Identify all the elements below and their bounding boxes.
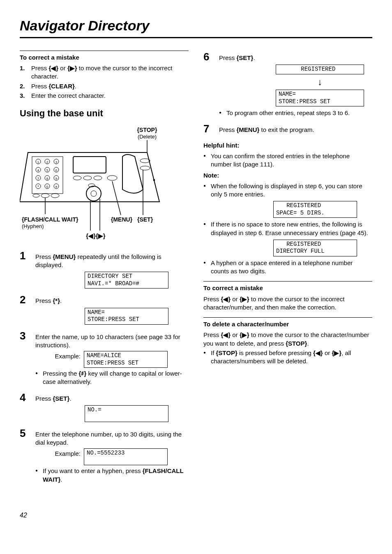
page-title: Navigator Directory [20, 16, 372, 38]
step-number-large: 7 [203, 123, 212, 134]
left-column: To correct a mistake 1. Press {◀} or {▶}… [20, 48, 189, 520]
svg-text:#: # [55, 185, 58, 189]
lcd-display: NO.= [85, 405, 168, 422]
bullet-item: To program other entries, repeat steps 3… [219, 109, 372, 117]
step-text: Enter the correct character. [31, 92, 106, 100]
step-number-large: 2 [20, 294, 29, 327]
paragraph: Press {◀} or {▶} to move the cursor to t… [203, 331, 372, 348]
svg-text:0: 0 [46, 185, 48, 189]
subhead-correct-mistake: To correct a mistake [20, 53, 189, 62]
subhead-correct-mistake-2: To correct a mistake [203, 284, 372, 292]
right-column: 6 Press {SET}. REGISTERED ↓ NAME= STORE:… [203, 48, 372, 520]
correct-mistake-steps: 1. Press {◀} or {▶} to move the cursor t… [20, 64, 189, 100]
step-number-large: 3 [20, 330, 29, 389]
bullet-item: When the following is displayed in step … [203, 182, 372, 199]
step-text: Press {CLEAR}. [31, 82, 76, 90]
lcd-display: REGISTERED [276, 65, 364, 74]
step-number-large: 4 [20, 392, 29, 425]
step-text: Press {MENU} repeatedly until the follow… [35, 253, 161, 268]
svg-text:8: 8 [46, 177, 48, 180]
down-arrow-icon: ↓ [276, 76, 364, 88]
step-6: 6 Press {SET}. REGISTERED ↓ NAME= STORE:… [203, 51, 372, 120]
svg-text:3: 3 [55, 160, 58, 164]
bullet-item: If {STOP} is pressed before pressing {◀}… [203, 349, 372, 366]
bullet-item: You can confirm the stored entries in th… [203, 152, 372, 169]
svg-text:2: 2 [46, 160, 48, 164]
base-unit-diagram: {STOP} (Delete) 1 2 3 4 5 6 7 [20, 124, 189, 247]
step-text: Enter the name, up to 10 characters (see… [35, 333, 180, 349]
step-7: 7 Press {MENU} to exit the program. [203, 123, 372, 134]
example-label: Example: [35, 448, 81, 458]
lcd-display: NO.=5552233 [84, 448, 168, 465]
diagram-label-menu: {MENU} [111, 216, 133, 223]
step-text: Press {SET}. [219, 54, 255, 61]
step-5: 5 Enter the telephone number, up to 30 d… [20, 428, 189, 486]
bullet-item: If you want to enter a hyphen, press {FL… [35, 467, 189, 484]
helpful-hint-head: Helpful hint: [203, 141, 372, 150]
lcd-display: NAME= STORE:PRESS SET [85, 308, 168, 325]
step-text: Press {*}. [35, 297, 62, 304]
example-label: Example: [35, 351, 81, 360]
svg-text:9: 9 [55, 177, 58, 180]
step-number-large: 6 [203, 51, 212, 120]
bullet-item: A hyphen or a space entered in a telepho… [203, 259, 372, 276]
svg-text:6: 6 [55, 169, 58, 172]
step-2: 2 Press {*}. NAME= STORE:PRESS SET [20, 294, 189, 327]
paragraph: Press {◀} or {▶} to move the cursor to t… [203, 295, 372, 312]
bullet-item: Pressing the {♯} key will change to capi… [35, 369, 189, 386]
svg-text:7: 7 [37, 177, 39, 180]
lcd-display: REGISTERED SPACE= 5 DIRS. [273, 201, 357, 218]
diagram-label-arrows: {◀}{▶} [86, 232, 106, 239]
svg-rect-39 [153, 179, 155, 181]
step-number-large: 1 [20, 250, 29, 291]
diagram-label-delete: (Delete) [138, 134, 157, 140]
step-3: 3 Enter the name, up to 10 characters (s… [20, 330, 189, 389]
diagram-label-set: {SET} [137, 216, 153, 223]
step-text: Press {◀} or {▶} to move the cursor to t… [31, 64, 189, 81]
diagram-label-flash: {FLASH/CALL WAIT} [22, 216, 78, 223]
svg-text:1: 1 [37, 160, 39, 164]
diagram-label-stop: {STOP} [137, 127, 157, 133]
step-number: 1. [20, 64, 27, 81]
subhead-delete-char: To delete a character/number [203, 320, 372, 328]
step-text: Press {MENU} to exit the program. [219, 126, 314, 133]
lcd-display: NAME=ALICE STORE:PRESS SET [84, 351, 168, 368]
heading-base-unit: Using the base unit [20, 107, 189, 120]
step-number: 3. [20, 92, 27, 100]
lcd-display: DIRECTORY SET NAVI.=* BROAD=# [85, 272, 168, 289]
lcd-display: NAME= STORE:PRESS SET [276, 90, 364, 106]
step-number-large: 5 [20, 428, 29, 486]
step-text: Enter the telephone number, up to 30 dig… [35, 431, 182, 446]
svg-text:4: 4 [37, 169, 39, 172]
step-4: 4 Press {SET}. NO.= [20, 392, 189, 425]
svg-text:*: * [37, 185, 39, 189]
page-number: 42 [20, 511, 189, 520]
note-head: Note: [203, 171, 372, 180]
bullet-item: If there is no space to store new entrie… [203, 220, 372, 237]
step-1: 1 Press {MENU} repeatedly until the foll… [20, 250, 189, 291]
diagram-label-hyphen: (Hyphen) [22, 223, 44, 229]
step-number: 2. [20, 82, 27, 90]
step-text: Press {SET}. [35, 395, 71, 402]
lcd-display: REGISTERED DIRECTORY FULL [273, 240, 357, 256]
svg-text:5: 5 [46, 169, 48, 172]
